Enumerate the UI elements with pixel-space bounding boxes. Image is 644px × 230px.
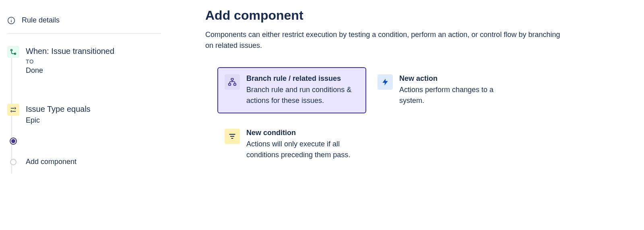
rule-timeline: When: Issue transitioned TO Done Issue T… [7, 46, 161, 166]
component-cards: Branch rule / related issues Branch rule… [217, 67, 628, 168]
svg-rect-7 [234, 84, 236, 86]
add-component-label: Add component [26, 158, 76, 166]
info-icon [7, 16, 15, 25]
condition-card-title: New condition [246, 129, 359, 137]
rule-sidebar: Rule details When: Issue transitioned TO… [0, 0, 161, 230]
svg-point-2 [11, 18, 12, 19]
rule-details-link[interactable]: Rule details [7, 16, 161, 33]
trigger-sublabel: TO [26, 58, 114, 65]
action-card-content: New action Actions perform changes to a … [399, 74, 512, 106]
trigger-content: When: Issue transitioned TO Done [26, 46, 114, 75]
rule-details-label: Rule details [22, 16, 60, 25]
branch-card-desc: Branch rule and run conditions & actions… [246, 84, 359, 106]
page-description: Components can either restrict execution… [205, 29, 568, 51]
condition-step[interactable]: Issue Type equals Epic [7, 104, 161, 125]
condition-value: Epic [26, 116, 91, 125]
trigger-title: When: Issue transitioned [26, 47, 114, 56]
add-component-step[interactable]: Add component [7, 158, 161, 166]
svg-rect-5 [231, 78, 233, 80]
new-action-card[interactable]: New action Actions perform changes to a … [370, 67, 519, 113]
branch-card-content: Branch rule / related issues Branch rule… [246, 74, 359, 106]
trigger-value: Done [26, 66, 114, 75]
active-dot-icon [10, 138, 17, 145]
action-card-title: New action [399, 74, 512, 83]
condition-card-desc: Actions will only execute if all conditi… [246, 139, 359, 160]
condition-icon [7, 104, 19, 116]
divider [7, 33, 161, 34]
action-icon [378, 74, 393, 90]
new-condition-card[interactable]: New condition Actions will only execute … [217, 121, 366, 168]
main-panel: Add component Components can either rest… [161, 0, 644, 230]
condition-card-content: New condition Actions will only execute … [246, 129, 359, 160]
action-card-desc: Actions perform changes to a system. [399, 84, 512, 106]
condition-title: Issue Type equals [26, 105, 91, 114]
svg-point-3 [11, 49, 12, 51]
current-marker [7, 138, 161, 145]
svg-rect-6 [229, 84, 231, 86]
empty-dot-icon [10, 159, 17, 165]
trigger-icon [7, 46, 19, 58]
branch-rule-card[interactable]: Branch rule / related issues Branch rule… [217, 67, 366, 113]
branch-card-title: Branch rule / related issues [246, 74, 359, 83]
condition-card-icon [225, 129, 240, 144]
trigger-step[interactable]: When: Issue transitioned TO Done [7, 46, 161, 75]
condition-content: Issue Type equals Epic [26, 104, 91, 125]
page-title: Add component [205, 8, 628, 23]
branch-icon [225, 74, 240, 90]
